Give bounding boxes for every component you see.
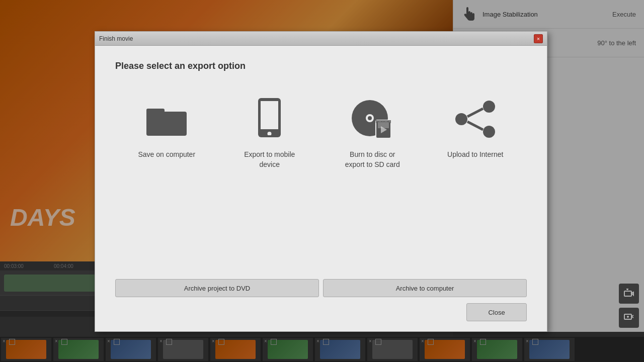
svg-point-19	[483, 101, 495, 113]
phone-icon	[247, 97, 292, 142]
upload-internet-label: Upload to Internet	[447, 150, 503, 160]
dialog-titlebar: Finish movie ×	[95, 32, 547, 46]
export-mobile-option[interactable]: Export to mobile device	[229, 92, 310, 174]
svg-point-20	[483, 126, 495, 138]
burn-disc-label: Burn to disc or export to SD card	[345, 150, 400, 169]
archive-buttons-row: Archive project to DVD Archive to comput…	[95, 279, 547, 297]
archive-computer-button[interactable]: Archive to computer	[323, 279, 527, 297]
save-on-computer-option[interactable]: Save on computer	[126, 92, 207, 165]
svg-point-21	[455, 113, 467, 125]
svg-rect-11	[261, 101, 278, 129]
burn-disc-option[interactable]: Burn to disc or export to SD card	[332, 92, 413, 174]
upload-internet-option[interactable]: Upload to Internet	[435, 92, 516, 165]
close-dialog-button[interactable]: Close	[466, 303, 527, 321]
dialog-body: Please select an export option Save on c…	[95, 46, 547, 279]
dialog-footer: Close	[95, 303, 547, 331]
disc-icon	[350, 97, 395, 142]
dialog-title: Finish movie	[99, 35, 133, 42]
svg-rect-18	[378, 122, 389, 128]
svg-line-23	[467, 122, 483, 130]
svg-rect-13	[263, 135, 276, 137]
finish-movie-dialog: Finish movie × Please select an export o…	[95, 31, 547, 332]
svg-point-12	[268, 132, 272, 136]
folder-icon	[144, 97, 189, 142]
svg-point-16	[368, 116, 372, 120]
svg-line-22	[467, 109, 483, 117]
svg-rect-9	[146, 109, 165, 115]
export-mobile-label: Export to mobile device	[234, 150, 305, 169]
archive-dvd-button[interactable]: Archive project to DVD	[115, 279, 319, 297]
save-on-computer-label: Save on computer	[138, 150, 195, 160]
svg-rect-8	[146, 112, 187, 136]
dialog-close-button[interactable]: ×	[534, 34, 543, 43]
dialog-heading: Please select an export option	[115, 61, 527, 71]
share-icon	[453, 97, 498, 142]
export-options: Save on computer Export to mobile device	[115, 92, 527, 269]
